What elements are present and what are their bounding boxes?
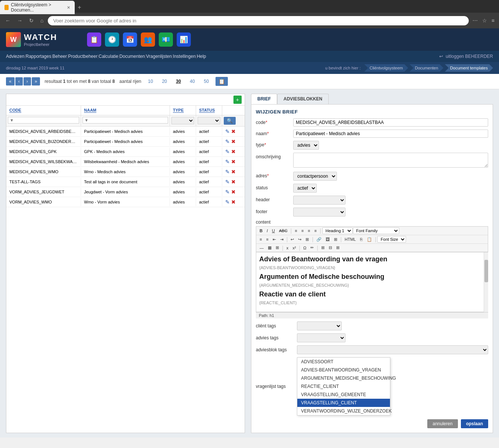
nav-adviezen[interactable]: Adviezen	[6, 53, 24, 60]
select-adres[interactable]: contactpersoon	[293, 172, 337, 181]
last-page-btn[interactable]: »	[32, 77, 40, 85]
select-header[interactable]	[293, 196, 345, 205]
client-tags-select[interactable]	[297, 321, 342, 330]
app-icon-clock[interactable]: 🕐	[105, 32, 119, 47]
edit-btn-6[interactable]: ✎	[225, 179, 230, 185]
app-icon-users[interactable]: 👥	[141, 32, 155, 47]
toolbar-html[interactable]: HTML	[343, 236, 358, 242]
edit-btn-7[interactable]: ✎	[225, 189, 230, 195]
edit-btn-5[interactable]: ✎	[225, 169, 230, 175]
toolbar-table[interactable]: ⊞	[332, 236, 339, 243]
filter-code-input[interactable]	[8, 117, 79, 124]
menu-icon[interactable]: ≡	[490, 16, 496, 25]
tab-brief[interactable]: BRIEF	[251, 94, 277, 104]
delete-btn-7[interactable]: ✖	[231, 189, 236, 195]
toolbar-align-left[interactable]: ≡	[293, 228, 299, 234]
nav-vragenlijsten[interactable]: Vragenlijsten	[146, 53, 172, 60]
nav-instellingen[interactable]: Instellingen	[173, 53, 196, 60]
dropdown-item-adviessoort[interactable]: ADVIESSOORT	[297, 358, 390, 366]
save-button[interactable]: opslaan	[461, 419, 488, 428]
delete-btn-2[interactable]: ✖	[231, 139, 236, 144]
nav-productbeheer[interactable]: Productbeheer	[68, 53, 97, 60]
row-count-10[interactable]: 10	[146, 78, 155, 85]
nav-beheer[interactable]: Beheer	[52, 53, 67, 60]
toolbar-align-justify[interactable]: ≡	[313, 228, 319, 234]
nav-documenten[interactable]: Documenten	[120, 53, 145, 60]
toolbar-omega[interactable]: Ω	[301, 245, 308, 251]
textarea-omschrijving[interactable]	[293, 153, 488, 168]
toolbar-ol[interactable]: ≡	[264, 236, 270, 242]
toolbar-font-family-select[interactable]: Font Family Arial Times New Roman	[353, 227, 399, 234]
toolbar-heading-select[interactable]: Heading 1 Heading 2 Heading 3 Normal	[322, 227, 353, 234]
toolbar-tbl-merge[interactable]: ⊞	[319, 245, 326, 251]
edit-btn-2[interactable]: ✎	[225, 139, 230, 144]
toolbar-tbl-row[interactable]: ⊟	[327, 245, 334, 251]
home-btn[interactable]: ⌂	[38, 16, 46, 25]
row-count-40[interactable]: 40	[187, 78, 197, 85]
toolbar-underline[interactable]: U	[270, 228, 277, 234]
filter-naam-input[interactable]	[83, 117, 168, 124]
logout-button[interactable]: ↩ uitloggen BEHEERDER	[439, 54, 493, 59]
input-code[interactable]	[293, 118, 488, 127]
edit-btn-3[interactable]: ✎	[225, 149, 230, 155]
editor-scrollbar[interactable]	[484, 252, 488, 312]
toolbar-grid[interactable]: ▦	[266, 245, 273, 251]
delete-btn-4[interactable]: ✖	[231, 159, 236, 165]
nav-rapportages[interactable]: Rapportages	[26, 53, 52, 60]
toolbar-subscript[interactable]: x	[285, 245, 291, 251]
new-tab-btn[interactable]: +	[78, 4, 81, 11]
delete-btn-1[interactable]: ✖	[231, 128, 236, 134]
toolbar-hr[interactable]: —	[258, 245, 266, 251]
advies-tags-select[interactable]	[297, 333, 345, 342]
prev-page-btn[interactable]: ‹	[15, 77, 23, 85]
toolbar-bold[interactable]: B	[258, 228, 264, 234]
breadcrumb-document-templates[interactable]: Document templates	[445, 64, 493, 72]
toolbar-edit[interactable]: ✏	[309, 245, 316, 251]
nav-help[interactable]: Help	[197, 53, 206, 60]
toolbar-image[interactable]: 🖼	[324, 236, 332, 242]
app-icon-finance[interactable]: 💶	[159, 32, 173, 47]
first-page-btn[interactable]: «	[6, 77, 15, 85]
delete-btn-3[interactable]: ✖	[231, 149, 236, 155]
filter-status-select[interactable]	[198, 117, 220, 124]
app-icon-documents[interactable]: 📋	[87, 32, 101, 47]
tab-adviesblokken[interactable]: ADVIESBLOKKEN	[277, 94, 329, 104]
tab-close-btn[interactable]: ✕	[67, 5, 70, 10]
toolbar-tbl-col[interactable]: ⊞	[334, 245, 341, 251]
row-count-50[interactable]: 50	[202, 78, 211, 85]
dropdown-item-verantwoording[interactable]: VERANTWOORDING_WIJZE_ONDERZOEK	[297, 407, 390, 415]
toolbar-align-right[interactable]: ≡	[306, 228, 312, 234]
row-count-30[interactable]: 30	[174, 78, 183, 85]
col-header-status[interactable]: STATUS	[196, 106, 222, 115]
edit-btn-4[interactable]: ✎	[225, 159, 230, 165]
col-header-naam[interactable]: NAAM	[81, 106, 170, 115]
export-btn[interactable]: 📋	[216, 77, 228, 86]
address-bar[interactable]	[48, 16, 468, 25]
back-btn[interactable]: ←	[3, 16, 13, 25]
toolbar-strikethrough[interactable]: ABC	[277, 228, 289, 234]
delete-btn-6[interactable]: ✖	[231, 179, 236, 185]
add-record-btn[interactable]: +	[233, 96, 242, 104]
nav-calculatie[interactable]: Calculatie	[99, 53, 118, 60]
toolbar-link[interactable]: 🔗	[314, 236, 323, 243]
app-icon-chart[interactable]: 📊	[177, 32, 191, 47]
input-naam[interactable]	[293, 130, 488, 138]
toolbar-outdent[interactable]: ⇤	[271, 236, 278, 243]
filter-type-select[interactable]	[171, 117, 194, 124]
adviesblok-tags-select[interactable]	[297, 345, 488, 354]
toolbar-paste[interactable]: 📋	[365, 236, 374, 243]
col-header-type[interactable]: TYPE	[170, 106, 196, 115]
select-status[interactable]: actief	[293, 184, 317, 193]
active-tab[interactable]: Cliëntvolgsysteem > Documen... ✕	[0, 1, 75, 14]
extensions-icon[interactable]: ⋯	[471, 16, 479, 25]
toolbar-ul[interactable]: ≡	[258, 236, 264, 242]
toolbar-extra[interactable]: ⊞	[304, 236, 311, 243]
edit-btn-1[interactable]: ✎	[225, 128, 230, 134]
toolbar-indent[interactable]: ⇥	[278, 236, 285, 243]
toolbar-table2[interactable]: ⊞	[274, 245, 281, 251]
edit-btn-8[interactable]: ✎	[225, 199, 230, 205]
dropdown-item-vraagstelling-gemeente[interactable]: VRAAGSTELLING_GEMEENTE	[297, 391, 390, 399]
dropdown-item-advies-beantwoording[interactable]: ADVIES-BEANTWOORDING_VRAGEN	[297, 366, 390, 374]
toolbar-copy[interactable]: ⎘	[358, 236, 365, 242]
reload-btn[interactable]: ↻	[27, 16, 36, 25]
